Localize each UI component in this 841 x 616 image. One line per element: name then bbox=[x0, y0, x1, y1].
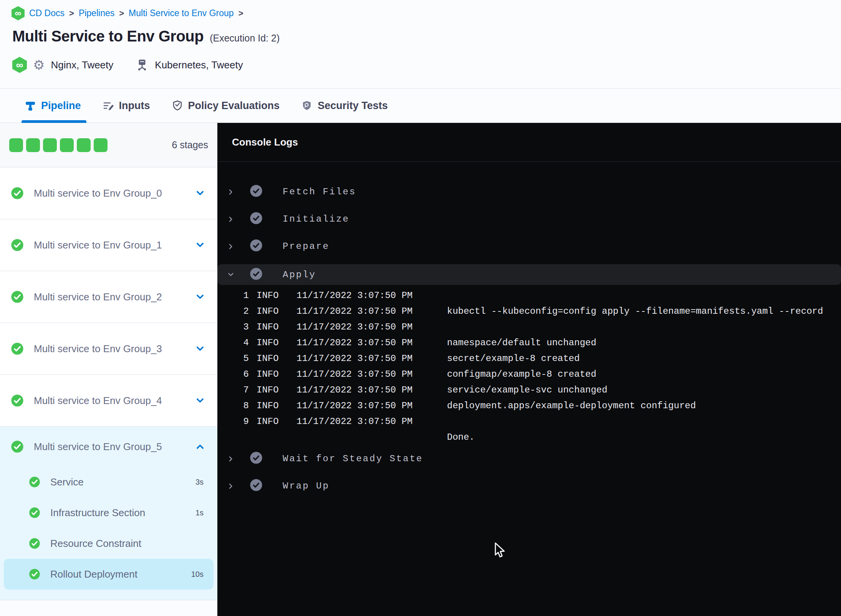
breadcrumb: ∞ CD Docs > Pipelines > Multi Service to… bbox=[12, 6, 243, 20]
stage-row[interactable]: Multi service to Env Group_3 bbox=[0, 323, 217, 375]
console-section-label: Wait for Steady State bbox=[283, 454, 423, 464]
step-label: Service bbox=[50, 476, 84, 488]
success-check-icon bbox=[11, 187, 24, 200]
chevron-down-icon[interactable] bbox=[195, 188, 205, 198]
success-check-icon bbox=[250, 184, 263, 197]
console-section-label: Wrap Up bbox=[283, 481, 329, 491]
chevron-down-icon[interactable] bbox=[195, 396, 205, 406]
success-check-icon bbox=[250, 267, 263, 280]
console-section-label: Initialize bbox=[283, 214, 349, 224]
tab-bar: Pipeline Inputs Policy Evaluations Secur… bbox=[0, 89, 841, 123]
chevron-right-icon[interactable] bbox=[227, 455, 235, 463]
chevron-down-icon[interactable] bbox=[195, 292, 205, 302]
step-label: Infrastructure Section bbox=[50, 507, 145, 519]
step-row[interactable]: Service3s bbox=[4, 467, 214, 497]
breadcrumb-link-pipelines[interactable]: Pipelines bbox=[79, 8, 114, 18]
harness-pipeline-icon: ∞ bbox=[12, 57, 27, 73]
tab-policy-evaluations[interactable]: Policy Evaluations bbox=[172, 89, 280, 123]
success-check-icon bbox=[11, 238, 24, 252]
console-body: Fetch Files Initialize Prepare Apply1INF… bbox=[217, 162, 841, 500]
log-line-number: 6 bbox=[217, 369, 249, 379]
log-line-number: 9 bbox=[217, 416, 249, 427]
log-line-number: 8 bbox=[217, 401, 249, 411]
console-section-header[interactable]: Wait for Steady State bbox=[217, 445, 841, 472]
success-check-icon bbox=[29, 568, 40, 580]
log-level: INFO bbox=[257, 385, 296, 395]
stage-row[interactable]: Multi service to Env Group_0 bbox=[0, 167, 217, 219]
stages-summary: 6 stages bbox=[0, 123, 217, 167]
console-log-line: 8INFO11/17/2022 3:07:50 PMdeployment.app… bbox=[217, 398, 841, 414]
stage-label: Multi service to Env Group_2 bbox=[34, 291, 162, 303]
log-message: deployment.apps/example-deployment confi… bbox=[447, 401, 841, 411]
step-row[interactable]: Rollout Deployment10s bbox=[4, 559, 214, 590]
console-log-line: 4INFO11/17/2022 3:07:50 PMnamespace/defa… bbox=[217, 335, 841, 351]
console-section-header[interactable]: Fetch Files bbox=[217, 178, 841, 205]
console-log-line: 1INFO11/17/2022 3:07:50 PM bbox=[217, 288, 841, 303]
success-check-icon bbox=[29, 476, 40, 488]
chevron-right-icon[interactable] bbox=[227, 242, 235, 251]
stage-label: Multi service to Env Group_0 bbox=[34, 187, 162, 199]
tab-label: Pipeline bbox=[41, 100, 81, 112]
log-timestamp: 11/17/2022 3:07:50 PM bbox=[296, 338, 447, 348]
page-header: ∞ CD Docs > Pipelines > Multi Service to… bbox=[0, 0, 841, 89]
console-section-header[interactable]: Apply bbox=[217, 264, 841, 285]
chevron-down-icon[interactable] bbox=[227, 270, 235, 279]
console-section-label: Fetch Files bbox=[283, 187, 356, 197]
step-duration: 1s bbox=[195, 508, 204, 517]
log-message: kubectl --kubeconfig=config apply --file… bbox=[447, 306, 841, 316]
console-header: Console Logs bbox=[217, 123, 841, 162]
log-level: INFO bbox=[257, 322, 296, 332]
log-timestamp: 11/17/2022 3:07:50 PM bbox=[296, 369, 447, 379]
console-section-header[interactable]: Wrap Up bbox=[217, 472, 841, 500]
log-timestamp: 11/17/2022 3:07:50 PM bbox=[296, 290, 447, 301]
step-row[interactable]: Resource Constraint bbox=[4, 528, 214, 559]
console-log-line: 3INFO11/17/2022 3:07:50 PM bbox=[217, 319, 841, 335]
security-tests-icon bbox=[301, 100, 313, 111]
environments-icon bbox=[136, 58, 149, 71]
stage-success-square bbox=[9, 138, 23, 152]
log-level: INFO bbox=[257, 416, 296, 427]
console-panel: Console Logs Fetch Files Initialize Prep… bbox=[217, 123, 841, 616]
chevron-right-icon[interactable] bbox=[227, 188, 235, 196]
stage-row[interactable]: Multi service to Env Group_2 bbox=[0, 271, 217, 323]
success-check-icon bbox=[250, 451, 263, 464]
chevron-up-icon[interactable] bbox=[195, 442, 205, 452]
chevron-down-icon[interactable] bbox=[195, 240, 205, 250]
stage-label: Multi service to Env Group_5 bbox=[34, 441, 162, 453]
step-label: Rollout Deployment bbox=[50, 568, 137, 580]
stage-row[interactable]: Multi service to Env Group_5 bbox=[0, 427, 217, 467]
log-timestamp: 11/17/2022 3:07:50 PM bbox=[296, 322, 447, 332]
breadcrumb-separator-icon: > bbox=[119, 8, 124, 18]
breadcrumb-link-pipeline-name[interactable]: Multi Service to Env Group bbox=[129, 8, 234, 18]
step-duration: 10s bbox=[191, 570, 204, 579]
tab-pipeline[interactable]: Pipeline bbox=[25, 89, 81, 123]
stage-count: 6 stages bbox=[172, 139, 208, 151]
chevron-right-icon[interactable] bbox=[227, 482, 235, 490]
tab-label: Inputs bbox=[119, 100, 150, 112]
chevron-right-icon[interactable] bbox=[227, 215, 235, 224]
stage-success-square bbox=[77, 138, 91, 152]
stage-row[interactable]: Multi service to Env Group_1 bbox=[0, 219, 217, 271]
success-check-icon bbox=[250, 239, 263, 252]
success-check-icon bbox=[11, 440, 24, 453]
tab-inputs[interactable]: Inputs bbox=[103, 89, 150, 123]
log-timestamp: 11/17/2022 3:07:50 PM bbox=[296, 306, 447, 316]
services-gear-icon: ⚙ bbox=[33, 58, 45, 71]
stage-success-square bbox=[43, 138, 57, 152]
stage-success-square bbox=[26, 138, 40, 152]
tab-security-tests[interactable]: Security Tests bbox=[301, 89, 388, 123]
pipeline-meta-row: ∞ ⚙ Nginx, Tweety Kubernetes, Tweety bbox=[12, 57, 243, 73]
chevron-down-icon[interactable] bbox=[195, 344, 205, 354]
log-message: configmap/example-8 created bbox=[447, 369, 841, 379]
stage-label: Multi service to Env Group_4 bbox=[34, 395, 162, 407]
stage-success-square bbox=[60, 138, 74, 152]
policy-evaluations-icon bbox=[172, 100, 183, 111]
breadcrumb-link-cd-docs[interactable]: CD Docs bbox=[29, 8, 65, 18]
stage-row[interactable]: Multi service to Env Group_4 bbox=[0, 375, 217, 427]
stage-progress-squares bbox=[9, 138, 108, 152]
console-section-label: Prepare bbox=[283, 241, 329, 252]
console-section-header[interactable]: Prepare bbox=[217, 233, 841, 260]
console-section-header[interactable]: Initialize bbox=[217, 205, 841, 233]
step-row[interactable]: Infrastructure Section1s bbox=[4, 497, 214, 528]
tab-label: Security Tests bbox=[318, 100, 388, 112]
